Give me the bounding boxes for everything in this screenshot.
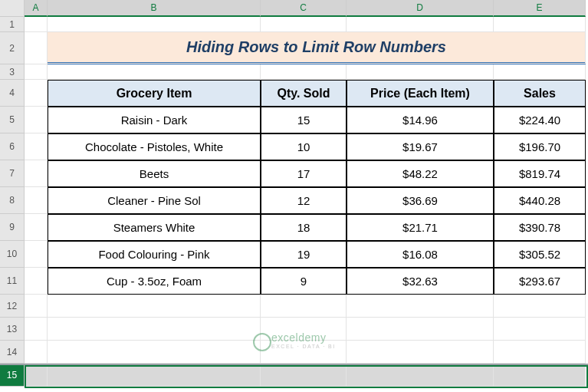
cell[interactable] [48, 64, 261, 80]
col-header-B[interactable]: B [48, 0, 261, 17]
cell[interactable] [25, 341, 48, 364]
cell[interactable] [347, 64, 494, 80]
cell-price[interactable]: $14.96 [347, 107, 494, 133]
cell-item[interactable]: Beets [48, 160, 261, 187]
cell[interactable] [48, 318, 261, 341]
table-header-item[interactable]: Grocery Item [48, 80, 261, 107]
cell[interactable] [347, 295, 494, 318]
cell[interactable] [261, 364, 347, 387]
cell-price[interactable]: $21.71 [347, 214, 494, 241]
cell-price[interactable]: $32.63 [347, 268, 494, 295]
brand-name: exceldemy [271, 331, 336, 344]
row-header-3[interactable]: 3 [0, 64, 25, 80]
cell[interactable] [494, 318, 586, 341]
cell-item[interactable]: Steamers White [48, 214, 261, 241]
cell[interactable] [347, 341, 494, 364]
select-all-corner[interactable] [0, 0, 25, 17]
cell-sales[interactable]: $196.70 [494, 133, 586, 160]
cell-qty[interactable]: 9 [261, 268, 347, 295]
cell[interactable] [25, 214, 48, 241]
row-header-2[interactable]: 2 [0, 32, 25, 64]
watermark: exceldemy EXCEL · DATA · BI [253, 331, 336, 349]
row-header-11[interactable]: 11 [0, 268, 25, 295]
row-header-4[interactable]: 4 [0, 80, 25, 107]
cell[interactable] [25, 133, 48, 160]
cell[interactable] [25, 364, 48, 387]
row-header-13[interactable]: 13 [0, 318, 25, 341]
cell[interactable] [25, 268, 48, 295]
cell[interactable] [494, 364, 586, 387]
cell-sales[interactable]: $819.74 [494, 160, 586, 187]
row-header-9[interactable]: 9 [0, 214, 25, 241]
row-header-10[interactable]: 10 [0, 241, 25, 268]
cell[interactable] [261, 64, 347, 80]
cell-item[interactable]: Food Colouring - Pink [48, 241, 261, 268]
table-row: Raisin - Dark15$14.96$224.40 [25, 107, 588, 133]
cell[interactable] [25, 187, 48, 214]
cell[interactable] [25, 241, 48, 268]
cell[interactable] [494, 64, 586, 80]
table-row: Beets17$48.22$819.74 [25, 160, 588, 187]
cell-qty[interactable]: 12 [261, 187, 347, 214]
cell[interactable] [25, 80, 48, 107]
cell[interactable] [25, 295, 48, 318]
cell-item[interactable]: Cleaner - Pine Sol [48, 187, 261, 214]
cell[interactable] [494, 295, 586, 318]
row-header-5[interactable]: 5 [0, 107, 25, 133]
cell[interactable] [48, 341, 261, 364]
cell-price[interactable]: $19.67 [347, 133, 494, 160]
row-header-12[interactable]: 12 [0, 295, 25, 318]
cell[interactable] [261, 17, 347, 32]
cell-item[interactable]: Cup - 3.5oz, Foam [48, 268, 261, 295]
table-row: Cleaner - Pine Sol12$36.69$440.28 [25, 187, 588, 214]
cell[interactable] [261, 295, 347, 318]
cell[interactable] [25, 64, 48, 80]
col-header-A[interactable]: A [25, 0, 48, 17]
row-header-6[interactable]: 6 [0, 133, 25, 160]
cell[interactable] [48, 17, 261, 32]
cell[interactable] [347, 364, 494, 387]
table-row: Chocolate - Pistoles, White10$19.67$196.… [25, 133, 588, 160]
cell-sales[interactable]: $440.28 [494, 187, 586, 214]
cell-item[interactable]: Chocolate - Pistoles, White [48, 133, 261, 160]
title-cell[interactable]: Hiding Rows to Limit Row Numbers [48, 32, 586, 64]
grid: A B C D E Hiding Rows to Limit Row Numbe… [25, 0, 588, 387]
cell-qty[interactable]: 15 [261, 107, 347, 133]
row-header-7[interactable]: 7 [0, 160, 25, 187]
cell[interactable] [494, 17, 586, 32]
cell[interactable] [48, 364, 261, 387]
cell-qty[interactable]: 10 [261, 133, 347, 160]
cell[interactable] [25, 107, 48, 133]
row-header-14[interactable]: 14 [0, 341, 25, 364]
spreadsheet: 1 2 3 4 5 6 7 8 9 10 11 12 13 14 15 A B … [0, 0, 588, 387]
row-header-15[interactable]: 15 [0, 364, 25, 387]
cell-price[interactable]: $48.22 [347, 160, 494, 187]
cell-price[interactable]: $36.69 [347, 187, 494, 214]
cell-price[interactable]: $16.08 [347, 241, 494, 268]
cell[interactable] [494, 341, 586, 364]
cell[interactable] [25, 160, 48, 187]
table-header-sales[interactable]: Sales [494, 80, 586, 107]
cell-sales[interactable]: $293.67 [494, 268, 586, 295]
cell-sales[interactable]: $305.52 [494, 241, 586, 268]
cell[interactable] [347, 318, 494, 341]
cell[interactable] [347, 17, 494, 32]
table-row: Food Colouring - Pink19$16.08$305.52 [25, 241, 588, 268]
cell[interactable] [25, 17, 48, 32]
cell[interactable] [25, 318, 48, 341]
col-header-D[interactable]: D [347, 0, 494, 17]
table-header-price[interactable]: Price (Each Item) [347, 80, 494, 107]
cell-sales[interactable]: $224.40 [494, 107, 586, 133]
col-header-C[interactable]: C [261, 0, 347, 17]
table-header-qty[interactable]: Qty. Sold [261, 80, 347, 107]
cell-sales[interactable]: $390.78 [494, 214, 586, 241]
row-header-1[interactable]: 1 [0, 17, 25, 32]
cell-qty[interactable]: 17 [261, 160, 347, 187]
row-header-8[interactable]: 8 [0, 187, 25, 214]
cell[interactable] [48, 295, 261, 318]
cell-item[interactable]: Raisin - Dark [48, 107, 261, 133]
cell-qty[interactable]: 18 [261, 214, 347, 241]
cell[interactable] [25, 32, 48, 64]
col-header-E[interactable]: E [494, 0, 586, 17]
cell-qty[interactable]: 19 [261, 241, 347, 268]
